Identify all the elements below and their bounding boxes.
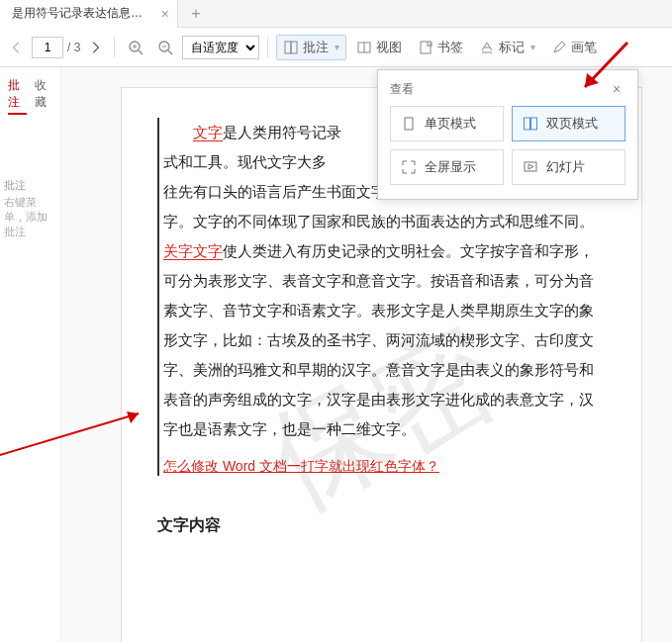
fullscreen-label: 全屏显示 (425, 158, 476, 176)
document-tab[interactable]: 是用符号记录表达信息以传之久远... × (0, 0, 178, 28)
chevron-down-icon: ▾ (335, 42, 339, 52)
toolbar: / 3 自适宽度 批注 ▾ 视图 书签 标记 ▾ 画笔 (0, 28, 672, 67)
sidebar-tab-favorites[interactable]: 收藏 (35, 77, 53, 115)
svg-rect-11 (421, 42, 431, 53)
slideshow-label: 幻灯片 (546, 158, 585, 176)
red-link[interactable]: 怎么修改 Word 文档一打字就出现红色字体？ (163, 458, 606, 476)
page-total: / 3 (67, 41, 80, 54)
svg-rect-15 (405, 118, 413, 130)
zoom-in-icon[interactable] (123, 35, 148, 60)
sidebar-tab-annotations[interactable]: 批注 (8, 77, 27, 115)
highlighted-word: 关字文字 (163, 243, 223, 260)
pen-label: 画笔 (571, 39, 597, 56)
close-icon[interactable]: × (161, 6, 169, 22)
svg-line-1 (139, 50, 143, 54)
view-mode-popup: 查看 × 单页模式 双页模式 全屏显示 幻灯片 (377, 69, 638, 200)
svg-rect-16 (525, 118, 530, 130)
highlighted-word: 文字 (193, 125, 223, 141)
section-heading: 文字内容 (157, 515, 606, 536)
tab-bar: 是用符号记录表达信息以传之久远... × + (0, 0, 672, 28)
close-icon[interactable]: × (608, 80, 625, 98)
single-page-label: 单页模式 (425, 115, 476, 133)
mark-label: 标记 (499, 39, 525, 56)
svg-rect-7 (285, 42, 291, 53)
sidebar-note-title: 批注 (0, 178, 60, 193)
separator (114, 38, 115, 57)
popup-header: 查看 (390, 81, 414, 98)
bookmark-button[interactable]: 书签 (412, 35, 469, 60)
svg-rect-18 (525, 162, 536, 171)
svg-line-5 (168, 50, 172, 54)
tab-title: 是用符号记录表达信息以传之久远... (12, 5, 153, 22)
annotate-button[interactable]: 批注 ▾ (276, 35, 346, 60)
prev-page-button[interactable] (6, 37, 28, 58)
svg-rect-8 (291, 42, 297, 53)
next-page-button[interactable] (84, 37, 106, 58)
mark-button[interactable]: 标记 ▾ (473, 35, 541, 60)
new-tab-button[interactable]: + (186, 4, 206, 24)
view-button[interactable]: 视图 (350, 35, 408, 60)
chevron-down-icon: ▾ (530, 42, 535, 52)
view-label: 视图 (376, 39, 402, 56)
fullscreen-button[interactable]: 全屏显示 (390, 149, 504, 185)
fit-mode-select[interactable]: 自适宽度 (182, 36, 259, 59)
two-page-label: 双页模式 (546, 115, 598, 133)
sidebar: 批注 收藏 批注 右键菜单，添加批注 (0, 67, 61, 642)
single-page-mode-button[interactable]: 单页模式 (390, 106, 504, 141)
page-number-input[interactable] (32, 37, 63, 58)
separator (267, 38, 268, 57)
pen-button[interactable]: 画笔 (545, 35, 603, 60)
svg-rect-17 (531, 118, 537, 130)
svg-marker-19 (528, 164, 533, 169)
two-page-mode-button[interactable]: 双页模式 (512, 106, 625, 141)
annotate-label: 批注 (303, 39, 329, 56)
sidebar-note-sub: 右键菜单，添加批注 (0, 193, 60, 241)
zoom-out-icon[interactable] (152, 35, 178, 60)
bookmark-label: 书签 (437, 39, 463, 56)
slideshow-button[interactable]: 幻灯片 (512, 149, 625, 185)
